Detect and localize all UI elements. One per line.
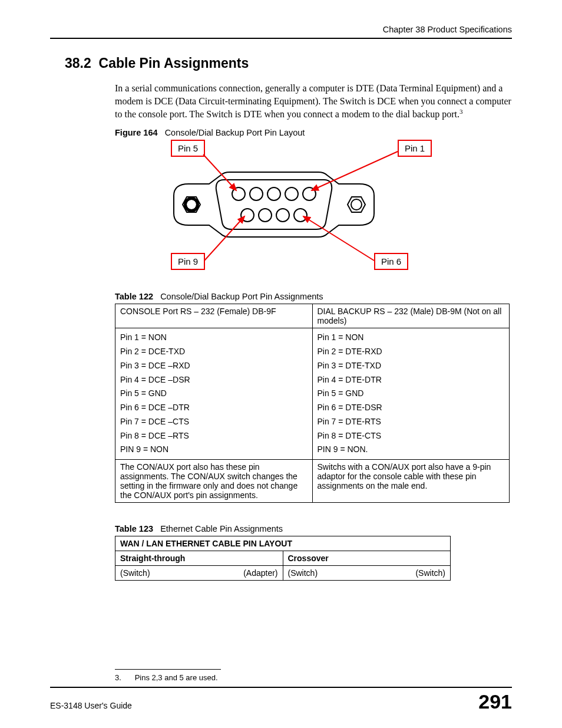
t122-r-pin7: Pin 7 = DTE-RTS <box>318 417 381 426</box>
t123-l2: (Adapter) <box>243 568 277 578</box>
t122-r-pin8: Pin 8 = DTE-CTS <box>318 431 382 440</box>
footer-guide: ES-3148 User's Guide <box>50 701 132 710</box>
t122-note-right: Switchs with a CON/AUX port also have a … <box>312 460 510 503</box>
t122-l-pin9: PIN 9 = NON <box>120 444 168 454</box>
svg-point-9 <box>285 187 298 200</box>
footnote-number: 3. <box>115 673 133 682</box>
svg-point-10 <box>303 187 316 200</box>
table122-label: Table 122 <box>115 292 153 301</box>
t122-r-pin4: Pin 4 = DTE-DTR <box>318 375 382 384</box>
pin5-label: Pin 5 <box>171 140 205 157</box>
pin6-label: Pin 6 <box>374 253 408 270</box>
figure-caption-text: Console/Dial Backup Port Pin Layout <box>165 128 305 137</box>
t122-l-pin2: Pin 2 = DCE-TXD <box>120 347 185 356</box>
t123-cell-right: (Switch) (Switch) <box>283 566 451 581</box>
t123-col-left: Straight-through <box>115 551 283 566</box>
footnote-ref: 3 <box>459 108 463 115</box>
t123-l1: (Switch) <box>120 568 150 578</box>
chapter-header: Chapter 38 Product Specifications <box>50 25 512 39</box>
svg-point-12 <box>259 209 272 222</box>
t122-l-pin5: Pin 5 = GND <box>120 388 167 398</box>
t122-r-pin6: Pin 6 = DTE-DSR <box>318 403 382 412</box>
pin1-label: Pin 1 <box>398 140 432 157</box>
t123-r2: (Switch) <box>415 568 445 578</box>
t122-hdr-right: DIAL BACKUP RS – 232 (Male) DB-9M (Not o… <box>312 304 510 328</box>
t122-r-pin1: Pin 1 = NON <box>318 332 364 342</box>
svg-point-7 <box>250 187 263 200</box>
svg-point-6 <box>232 187 245 200</box>
connector-diagram: Pin 5 Pin 1 Pin 9 Pin 6 <box>115 140 433 275</box>
t122-r-pin3: Pin 3 = DTE-TXD <box>318 361 382 370</box>
section-heading: 38.2 Cable Pin Assignments <box>65 55 512 71</box>
t122-l-pin1: Pin 1 = NON <box>120 332 167 342</box>
table123-caption-text: Ethernet Cable Pin Assignments <box>160 524 283 533</box>
section-number: 38.2 <box>65 55 91 71</box>
db9-connector-icon <box>156 169 392 240</box>
t123-col-right: Crossover <box>283 551 451 566</box>
table123-label: Table 123 <box>115 524 153 533</box>
svg-point-11 <box>241 209 254 222</box>
section-title: Cable Pin Assignments <box>99 55 249 71</box>
svg-point-2 <box>187 200 196 209</box>
figure-label: Figure 164 <box>115 128 158 137</box>
footnote-rule <box>115 669 221 670</box>
footnote: 3. Pins 2,3 and 5 are used. <box>115 673 512 682</box>
pin9-label: Pin 9 <box>171 253 205 270</box>
t122-r-pin9: PIN 9 = NON. <box>318 444 368 454</box>
t122-note-left: The CON/AUX port also has these pin assi… <box>115 460 313 503</box>
svg-point-14 <box>294 209 307 222</box>
footnote-text: Pins 2,3 and 5 are used. <box>135 673 218 682</box>
intro-text: In a serial communications connection, g… <box>115 83 511 120</box>
page-footer: ES-3148 User's Guide 291 <box>50 687 512 713</box>
table123-caption: Table 123 Ethernet Cable Pin Assignments <box>115 524 512 533</box>
t122-hdr-left: CONSOLE Port RS – 232 (Female) DB-9F <box>115 304 313 328</box>
svg-point-8 <box>267 187 280 200</box>
t122-l-pin6: Pin 6 = DCE –DTR <box>120 403 190 412</box>
pin-assignment-table: CONSOLE Port RS – 232 (Female) DB-9F DIA… <box>115 304 510 503</box>
ethernet-cable-table: WAN / LAN ETHERNET CABLE PIN LAYOUT Stra… <box>115 536 451 581</box>
table122-caption: Table 122 Console/Dial Backup Port Pin A… <box>115 292 512 301</box>
footer-page-number: 291 <box>478 690 512 713</box>
t122-right-pins: Pin 1 = NON Pin 2 = DTE-RXD Pin 3 = DTE-… <box>312 328 510 460</box>
figure-caption: Figure 164 Console/Dial Backup Port Pin … <box>115 128 512 137</box>
table122-caption-text: Console/Dial Backup Port Pin Assignments <box>160 292 323 301</box>
t122-r-pin2: Pin 2 = DTE-RXD <box>318 347 382 356</box>
t123-cell-left: (Switch) (Adapter) <box>115 566 283 581</box>
t122-l-pin7: Pin 7 = DCE –CTS <box>120 417 189 426</box>
t123-header: WAN / LAN ETHERNET CABLE PIN LAYOUT <box>115 536 451 551</box>
t122-l-pin8: Pin 8 = DCE –RTS <box>120 431 189 440</box>
t122-r-pin5: Pin 5 = GND <box>318 388 364 398</box>
t122-l-pin3: Pin 3 = DCE –RXD <box>120 361 190 370</box>
intro-paragraph: In a serial communications connection, g… <box>115 82 512 121</box>
t122-left-pins: Pin 1 = NON Pin 2 = DCE-TXD Pin 3 = DCE … <box>115 328 313 460</box>
t122-l-pin4: Pin 4 = DCE –DSR <box>120 375 190 384</box>
svg-point-13 <box>276 209 289 222</box>
t123-r1: (Switch) <box>288 568 318 578</box>
